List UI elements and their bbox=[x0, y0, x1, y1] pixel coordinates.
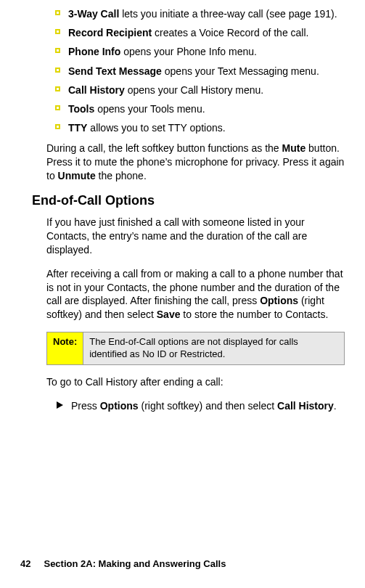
list-item: 3-Way Call lets you initiate a three-way… bbox=[55, 7, 345, 20]
term: Phone Info bbox=[68, 46, 120, 57]
procedure-step: Press Options (right softkey) and then s… bbox=[57, 399, 345, 413]
options-term: Options bbox=[100, 400, 139, 412]
text: (right softkey) and then select bbox=[139, 400, 277, 412]
footer-section: Section 2A: Making and Answering Calls bbox=[44, 558, 226, 569]
unmute-term: Unmute bbox=[58, 170, 96, 181]
desc: lets you initiate a three-way call (see … bbox=[119, 8, 337, 20]
note-body: The End-of-Call options are not displaye… bbox=[83, 332, 344, 364]
term: Record Recipient bbox=[68, 27, 152, 38]
to-go-para: To go to Call History after ending a cal… bbox=[46, 375, 345, 389]
desc: opens your Call History menu. bbox=[125, 84, 263, 96]
eoc-para-2: After receiving a call from or making a … bbox=[46, 267, 345, 322]
term: 3-Way Call bbox=[68, 8, 119, 20]
page-footer: 42Section 2A: Making and Answering Calls bbox=[20, 558, 226, 569]
term: Send Text Message bbox=[68, 65, 162, 77]
save-term: Save bbox=[157, 309, 181, 320]
note-box: Note: The End-of-Call options are not di… bbox=[46, 332, 345, 365]
list-item: TTY allows you to set TTY options. bbox=[55, 121, 345, 134]
list-item: Send Text Message opens your Text Messag… bbox=[55, 65, 345, 78]
desc: allows you to set TTY options. bbox=[87, 122, 225, 134]
desc: creates a Voice Record of the call. bbox=[152, 27, 308, 38]
call-history-term: Call History bbox=[277, 400, 334, 412]
desc: opens your Text Messaging menu. bbox=[162, 65, 319, 77]
list-item: Tools opens your Tools menu. bbox=[55, 102, 345, 115]
text: During a call, the left softkey button f… bbox=[46, 142, 282, 154]
text: Press bbox=[71, 400, 100, 412]
text: to store the number to Contacts. bbox=[180, 309, 328, 320]
page: 3-Way Call lets you initiate a three-way… bbox=[0, 0, 365, 588]
text: the phone. bbox=[96, 170, 147, 181]
list-item: Call History opens your Call History men… bbox=[55, 83, 345, 97]
during-call-para: During a call, the left softkey button f… bbox=[46, 142, 345, 183]
note-label: Note: bbox=[47, 332, 83, 364]
desc: opens your Phone Info menu. bbox=[120, 46, 257, 57]
term: Tools bbox=[68, 103, 94, 115]
term: TTY bbox=[68, 122, 87, 134]
text: . bbox=[334, 400, 337, 412]
term: Call History bbox=[68, 84, 125, 96]
feature-bullet-list: 3-Way Call lets you initiate a three-way… bbox=[55, 7, 345, 134]
options-term: Options bbox=[260, 295, 298, 306]
list-item: Record Recipient creates a Voice Record … bbox=[55, 26, 345, 39]
section-heading: End-of-Call Options bbox=[32, 193, 345, 208]
procedure-list: Press Options (right softkey) and then s… bbox=[57, 399, 345, 413]
mute-term: Mute bbox=[282, 142, 306, 154]
page-number: 42 bbox=[20, 558, 30, 569]
list-item: Phone Info opens your Phone Info menu. bbox=[55, 45, 345, 58]
eoc-para-1: If you have just finished a call with so… bbox=[46, 216, 345, 257]
desc: opens your Tools menu. bbox=[94, 103, 205, 115]
